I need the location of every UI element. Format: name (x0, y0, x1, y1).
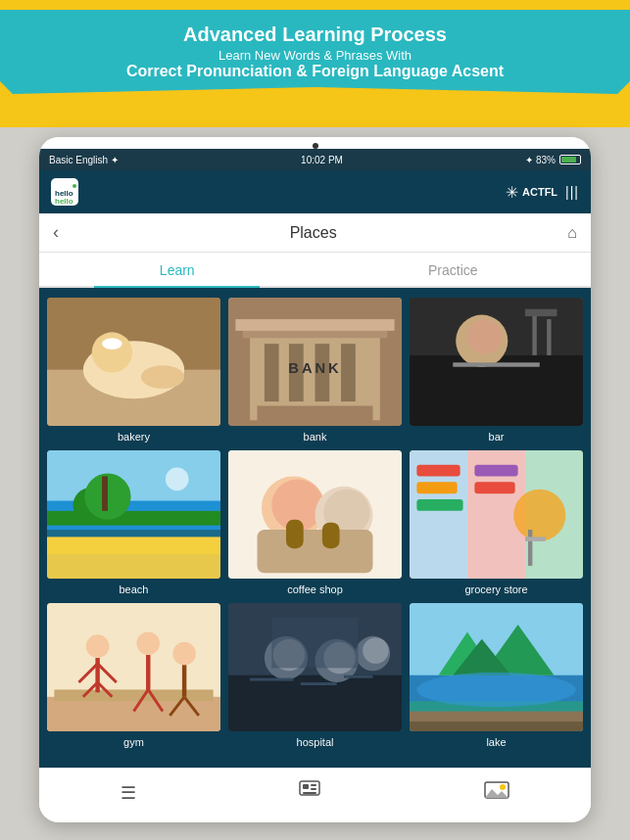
svg-text:BANK: BANK (288, 360, 341, 376)
actfl-badge: ✳ ACTFL (506, 183, 557, 202)
logo: hello hello (51, 178, 78, 206)
hospital-label: hospital (297, 736, 334, 748)
svg-rect-61 (54, 690, 213, 702)
gym-label: gym (123, 736, 144, 748)
cards-icon (298, 779, 321, 806)
home-button[interactable]: ⌂ (567, 224, 577, 242)
svg-point-96 (416, 673, 575, 707)
bottom-nav-list[interactable]: ☰ (121, 782, 136, 804)
grid-item-beach[interactable]: beach (47, 450, 220, 595)
device-sensor (313, 143, 318, 149)
svg-rect-99 (311, 784, 316, 786)
svg-rect-18 (341, 344, 356, 401)
bottom-nav: ☰ (39, 768, 591, 817)
status-time: 10:02 PM (301, 155, 343, 165)
menu-icon[interactable]: ||| (565, 184, 579, 200)
svg-rect-60 (47, 697, 220, 731)
svg-rect-14 (235, 319, 394, 331)
svg-rect-95 (410, 722, 583, 731)
logo-icon: hello hello (51, 178, 78, 206)
svg-rect-100 (311, 788, 316, 790)
svg-rect-28 (525, 309, 557, 316)
svg-rect-87 (271, 618, 359, 669)
header-right: ✳ ACTFL ||| (506, 183, 579, 202)
lake-label: lake (486, 736, 506, 748)
tab-learn[interactable]: Learn (39, 253, 315, 286)
beach-image (47, 450, 220, 579)
svg-rect-101 (303, 792, 316, 794)
grid-item-coffee[interactable]: coffee shop (228, 450, 402, 595)
svg-rect-35 (102, 477, 108, 511)
svg-point-24 (467, 319, 502, 353)
page-title-bar: ‹ Places ⌂ (39, 213, 591, 253)
grocery-label: grocery store (464, 583, 527, 595)
actfl-label: ACTFL (522, 186, 557, 198)
banner-subtitle: Learn New Words & Phrases With (20, 48, 610, 63)
svg-point-56 (513, 490, 565, 541)
bakery-label: bakery (118, 431, 150, 443)
svg-rect-58 (525, 537, 546, 541)
grid-item-bakery[interactable]: bakery (47, 298, 220, 443)
bottom-nav-images[interactable] (484, 779, 509, 806)
bar-label: bar (489, 431, 505, 443)
list-icon: ☰ (121, 782, 136, 804)
device-top (39, 137, 591, 149)
svg-rect-8 (102, 338, 122, 350)
svg-rect-86 (344, 676, 373, 678)
banner-title: Advanced Learning Process (20, 23, 610, 46)
svg-rect-55 (474, 482, 514, 493)
svg-rect-51 (416, 465, 460, 477)
grid-item-gym[interactable]: gym (47, 603, 220, 748)
actfl-icon: ✳ (506, 183, 518, 202)
battery-bar (559, 155, 581, 164)
status-bar: Basic English ✦ 10:02 PM ✦ 83% (39, 149, 591, 170)
svg-point-68 (136, 632, 160, 656)
svg-point-72 (172, 642, 196, 666)
banner-highlight: Correct Pronunciation & Foreign Language… (20, 63, 610, 80)
svg-rect-26 (532, 312, 536, 355)
svg-rect-27 (547, 319, 551, 355)
svg-point-10 (141, 365, 184, 389)
status-network: Basic English ✦ (49, 155, 119, 165)
grid-item-hospital[interactable]: hospital (228, 603, 402, 748)
beach-label: beach (120, 583, 149, 595)
grid-item-bank[interactable]: BANK bank (228, 298, 402, 443)
grid-item-bar[interactable]: bar (410, 298, 583, 443)
svg-rect-53 (416, 499, 462, 511)
svg-rect-44 (258, 530, 373, 573)
svg-rect-45 (286, 520, 304, 549)
bottom-nav-cards[interactable] (298, 779, 321, 806)
back-button[interactable]: ‹ (53, 222, 59, 243)
svg-rect-85 (301, 682, 337, 685)
grid-item-lake[interactable]: lake (410, 603, 583, 748)
grocery-image (410, 450, 583, 579)
svg-rect-20 (258, 406, 373, 427)
status-battery-text: ✦ 83% (525, 155, 556, 165)
svg-rect-15 (265, 344, 279, 401)
svg-point-83 (363, 638, 389, 665)
bar-image (410, 298, 583, 426)
grid-row-3: gym (47, 603, 583, 748)
svg-rect-54 (474, 465, 517, 477)
svg-rect-32 (47, 511, 220, 526)
bank-image: BANK (228, 298, 402, 426)
svg-rect-84 (250, 678, 293, 681)
app-header: hello hello ✳ ACTFL ||| (39, 170, 591, 213)
images-icon (484, 779, 509, 806)
bank-label: bank (304, 431, 327, 443)
svg-rect-25 (453, 362, 540, 366)
page-title: Places (290, 224, 337, 242)
battery-fill (561, 157, 576, 163)
device-frame: Basic English ✦ 10:02 PM ✦ 83% hello hel… (39, 137, 591, 822)
hospital-image (228, 603, 402, 731)
status-right: ✦ 83% (525, 155, 581, 165)
grid-item-grocery[interactable]: grocery store (410, 450, 583, 595)
coffee-label: coffee shop (287, 583, 343, 595)
svg-point-3 (73, 184, 76, 188)
coffee-image (228, 450, 402, 579)
grid-area: bakery BANK (39, 288, 591, 768)
grid-row-2: beach coffee shop (47, 450, 583, 595)
tab-practice[interactable]: Practice (315, 253, 592, 286)
gym-image (47, 603, 220, 731)
tabs-container: Learn Practice (39, 253, 591, 288)
